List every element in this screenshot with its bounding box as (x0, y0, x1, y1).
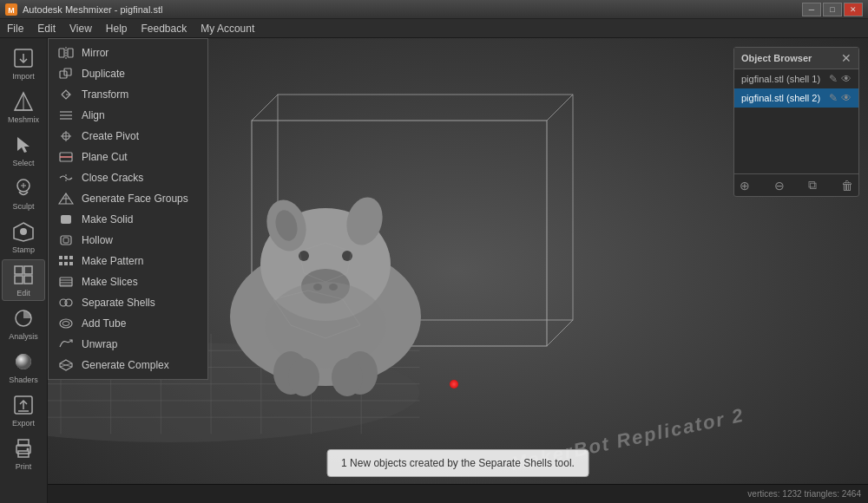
close-button[interactable]: ✕ (844, 3, 863, 16)
edit-label: Edit (16, 289, 30, 297)
face-groups-icon (57, 192, 75, 206)
analysis-label: Analysis (9, 332, 38, 341)
svg-line-82 (252, 95, 278, 121)
ob-edit-icon-2[interactable]: ✎ (829, 92, 838, 104)
menu-generate-complex[interactable]: Generate Complex (49, 355, 207, 376)
menu-duplicate[interactable]: Duplicate (49, 63, 207, 84)
align-icon (57, 108, 75, 122)
ob-copy-button[interactable]: ⧉ (808, 178, 817, 193)
svg-rect-52 (64, 262, 68, 265)
meshmix-label: Meshmix (8, 115, 39, 124)
ob-eye-icon[interactable]: 👁 (841, 73, 852, 85)
ob-item-shell1[interactable]: pigfinal.stl (shell 1) ✎ 👁 (734, 69, 858, 88)
notification: 1 New objects created by the Separate Sh… (326, 449, 589, 477)
svg-rect-50 (69, 256, 73, 259)
svg-point-61 (62, 322, 69, 326)
svg-rect-48 (59, 256, 62, 259)
ob-item-icons: ✎ 👁 (829, 73, 852, 85)
menu-add-tube[interactable]: Add Tube (49, 313, 207, 334)
svg-point-59 (65, 299, 72, 306)
maximize-button[interactable]: □ (823, 3, 842, 16)
menu-make-pattern[interactable]: Make Pattern (49, 251, 207, 271)
main-layout: Import Meshmix Select (0, 38, 868, 503)
menu-mirror[interactable]: Mirror (49, 42, 207, 63)
meshmix-icon (11, 89, 36, 114)
menu-unwrap[interactable]: Unwrap (49, 334, 207, 355)
ob-delete-button[interactable]: 🗑 (841, 179, 853, 193)
vertex-count: vertices: 1232 triangles: 2464 (747, 489, 861, 499)
sidebar-item-select[interactable]: Select (2, 129, 45, 171)
ob-item-shell2[interactable]: pigfinal.stl (shell 2) ✎ 👁 (734, 88, 858, 108)
tube-icon (57, 317, 75, 330)
menu-separate-shells[interactable]: Separate Shells (49, 292, 207, 313)
menu-close-cracks[interactable]: Close Cracks (49, 167, 207, 188)
unwrap-icon (57, 337, 75, 351)
menu-make-solid[interactable]: Make Solid (49, 209, 207, 230)
svg-point-60 (60, 319, 72, 328)
sidebar-item-sculpt[interactable]: Sculpt (2, 173, 45, 214)
ob-eye-icon-2[interactable]: 👁 (841, 92, 852, 104)
pig-model (204, 178, 447, 421)
import-icon (11, 46, 36, 70)
titlebar-title: Autodesk Meshmixer - pigfinal.stl (23, 4, 162, 15)
svg-line-85 (547, 320, 573, 346)
hollow-icon (57, 233, 75, 247)
menu-view[interactable]: View (62, 19, 99, 37)
menu-create-pivot[interactable]: Create Pivot (49, 126, 207, 147)
print-label: Print (16, 462, 32, 471)
select-label: Select (12, 159, 34, 167)
menubar: File Edit View Help Feedback My Account (0, 19, 868, 38)
analysis-icon (11, 306, 36, 330)
svg-rect-47 (63, 238, 69, 243)
shaders-label: Shaders (9, 376, 38, 384)
ob-minus-button[interactable]: ⊖ (774, 179, 785, 193)
titlebar-controls: ─ □ ✕ (802, 3, 863, 16)
menu-hollow[interactable]: Hollow (49, 230, 207, 251)
transform-icon (57, 88, 75, 101)
svg-rect-28 (68, 49, 73, 57)
sidebar-item-edit[interactable]: Edit (2, 259, 45, 301)
app-icon: M (5, 3, 17, 16)
duplicate-icon (57, 67, 75, 81)
svg-rect-49 (64, 256, 68, 259)
pattern-icon (57, 254, 75, 268)
menu-transform[interactable]: Transform (49, 84, 207, 105)
sculpt-label: Sculpt (12, 202, 34, 211)
menu-align[interactable]: Align (49, 105, 207, 126)
sidebar-item-shaders[interactable]: Shaders (2, 346, 45, 388)
ob-add-button[interactable]: ⊕ (740, 179, 750, 193)
ob-title: Object Browser (741, 53, 812, 63)
stamp-label: Stamp (12, 245, 35, 254)
menu-file[interactable]: File (0, 19, 30, 37)
sidebar-item-print[interactable]: Print (2, 433, 45, 474)
menu-plane-cut[interactable]: Plane Cut (49, 147, 207, 167)
menu-feedback[interactable]: Feedback (135, 19, 194, 37)
sidebar-item-meshmix[interactable]: Meshmix (2, 86, 45, 127)
menu-make-slices[interactable]: Make Slices (49, 271, 207, 292)
ob-close-button[interactable]: ✕ (841, 51, 852, 65)
svg-rect-16 (24, 276, 32, 284)
sidebar-item-export[interactable]: Export (2, 389, 45, 431)
edit-icon (11, 263, 36, 287)
import-label: Import (12, 72, 35, 81)
ob-edit-icon[interactable]: ✎ (829, 73, 838, 85)
svg-rect-31 (64, 69, 71, 75)
sidebar-item-import[interactable]: Import (2, 42, 45, 84)
select-icon (11, 133, 36, 157)
sidebar-item-stamp[interactable]: Stamp (2, 216, 45, 258)
svg-rect-27 (59, 49, 64, 57)
menu-generate-face-groups[interactable]: Generate Face Groups (49, 188, 207, 209)
shaders-icon (11, 349, 36, 374)
svg-line-83 (547, 95, 573, 121)
menu-myaccount[interactable]: My Account (194, 19, 261, 37)
titlebar: M Autodesk Meshmixer - pigfinal.stl ─ □ … (0, 0, 868, 19)
minimize-button[interactable]: ─ (802, 3, 821, 16)
svg-rect-51 (59, 262, 62, 265)
menu-help[interactable]: Help (99, 19, 135, 37)
menu-edit[interactable]: Edit (30, 19, 62, 37)
svg-point-26 (27, 448, 30, 451)
ob-item-icons-2: ✎ 👁 (829, 92, 852, 104)
ob-footer: ⊕ ⊖ ⧉ 🗑 (734, 173, 858, 196)
sidebar-item-analysis[interactable]: Analysis (2, 303, 45, 344)
print-icon (11, 436, 36, 461)
